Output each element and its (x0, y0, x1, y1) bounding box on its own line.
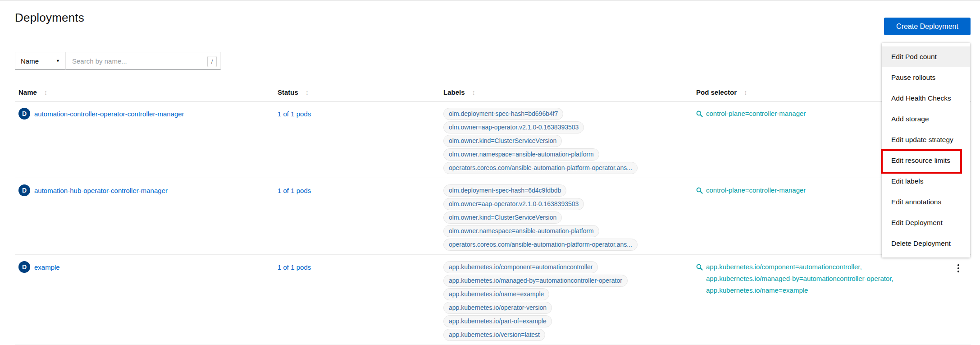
column-header-label: Status (278, 88, 298, 96)
column-header-label: Pod selector (696, 88, 737, 96)
name-cell: Dautomation-hub-operator-controller-mana… (15, 178, 274, 254)
pod-selector-line[interactable]: app.kubernetes.io/name=example (706, 285, 893, 296)
menu-item-edit-deployment[interactable]: Edit Deployment (882, 212, 970, 233)
deployment-name-link[interactable]: automation-hub-operator-controller-manag… (34, 184, 168, 197)
label-pill[interactable]: app.kubernetes.io/name=example (443, 288, 549, 300)
table-row: Dexample1 of 1 podsapp.kubernetes.io/com… (15, 255, 971, 345)
deployment-kind-badge: D (18, 184, 30, 196)
page-title: Deployments (15, 11, 84, 25)
label-pill[interactable]: app.kubernetes.io/part-of=example (443, 315, 552, 327)
filter-type-dropdown[interactable]: Name ▼ (15, 52, 66, 70)
pod-selector-link[interactable]: control-plane=controller-manager (706, 108, 806, 174)
table-body: Dautomation-controller-operator-controll… (15, 101, 971, 345)
search-input[interactable] (66, 52, 220, 69)
search-icon (696, 187, 703, 194)
sort-icon[interactable]: ↕ (44, 88, 48, 96)
search-icon (696, 110, 703, 117)
sort-icon[interactable]: ↕ (305, 88, 309, 96)
create-deployment-button[interactable]: Create Deployment (884, 18, 971, 35)
deployment-kind-badge: D (18, 261, 30, 273)
pod-selector-line[interactable]: app.kubernetes.io/component=automationco… (706, 261, 893, 273)
name-cell: Dexample (15, 255, 274, 345)
top-divider (0, 0, 980, 0)
status-cell: 1 of 1 pods (274, 255, 440, 345)
deployment-kind-badge: D (18, 108, 30, 120)
deployments-table: Name↕Status↕Labels↕Pod selector↕ Dautoma… (15, 83, 971, 345)
labels-cell: app.kubernetes.io/component=automationco… (440, 255, 693, 345)
table-row: Dautomation-hub-operator-controller-mana… (15, 178, 971, 255)
label-pill[interactable]: olm.owner.kind=ClusterServiceVersion (443, 135, 562, 147)
column-header-label: Name (18, 88, 37, 96)
menu-item-edit-annotations[interactable]: Edit annotations (882, 192, 970, 212)
pod-selector-line[interactable]: control-plane=controller-manager (706, 108, 806, 120)
pod-selector-link[interactable]: control-plane=controller-manager (706, 184, 806, 251)
label-pill[interactable]: operators.coreos.com/ansible-automation-… (443, 162, 638, 174)
pods-status-link[interactable]: 1 of 1 pods (278, 263, 311, 271)
search-box: / (66, 52, 221, 70)
caret-down-icon: ▼ (56, 59, 60, 63)
menu-item-add-health-checks[interactable]: Add Health Checks (882, 88, 970, 109)
menu-item-edit-resource-limits[interactable]: Edit resource limits (882, 150, 970, 171)
label-pill[interactable]: operators.coreos.com/ansible-automation-… (443, 239, 638, 251)
label-pill[interactable]: olm.owner.namespace=ansible-automation-p… (443, 148, 599, 161)
filter-type-label: Name (21, 57, 39, 65)
pods-status-link[interactable]: 1 of 1 pods (278, 187, 311, 194)
search-icon (696, 264, 703, 271)
label-pill[interactable]: olm.deployment-spec-hash=6d4c9fdbdb (443, 184, 566, 197)
label-pill[interactable]: app.kubernetes.io/version=latest (443, 329, 545, 341)
status-cell: 1 of 1 pods (274, 101, 440, 178)
pod-selector-line[interactable]: app.kubernetes.io/managed-by=automationc… (706, 273, 893, 285)
sort-icon[interactable]: ↕ (744, 88, 748, 96)
labels-cell: olm.deployment-spec-hash=6d4c9fdbdbolm.o… (440, 178, 693, 254)
menu-item-edit-labels[interactable]: Edit labels (882, 171, 970, 192)
pod-selector-line[interactable]: control-plane=controller-manager (706, 184, 806, 196)
status-cell: 1 of 1 pods (274, 178, 440, 254)
label-pill[interactable]: olm.deployment-spec-hash=bd696b4f7 (443, 108, 563, 120)
deployment-name-link[interactable]: example (34, 261, 60, 273)
column-header-label: Labels (443, 88, 465, 96)
menu-item-edit-update-strategy[interactable]: Edit update strategy (882, 129, 970, 150)
label-pill[interactable]: olm.owner.kind=ClusterServiceVersion (443, 212, 562, 224)
sort-icon[interactable]: ↕ (472, 88, 476, 96)
actions-dropdown-menu: Edit Pod countPause rolloutsAdd Health C… (882, 43, 970, 258)
table-header-row: Name↕Status↕Labels↕Pod selector↕ (15, 83, 971, 101)
actions-cell (946, 255, 971, 345)
slash-shortcut-badge: / (207, 56, 217, 67)
pods-status-link[interactable]: 1 of 1 pods (278, 110, 311, 118)
column-header-name[interactable]: Name↕ (15, 83, 274, 101)
label-pill[interactable]: app.kubernetes.io/managed-by=automationc… (443, 275, 628, 287)
menu-item-edit-pod-count[interactable]: Edit Pod count (882, 46, 970, 67)
table-row: Dautomation-controller-operator-controll… (15, 101, 971, 178)
label-pill[interactable]: olm.owner=aap-operator.v2.1.0-0.16383935… (443, 121, 584, 133)
label-pill[interactable]: app.kubernetes.io/component=automationco… (443, 261, 598, 273)
column-header-status[interactable]: Status↕ (274, 83, 440, 101)
pod-selector-link[interactable]: app.kubernetes.io/component=automationco… (706, 261, 893, 341)
label-pill[interactable]: app.kubernetes.io/operator-version (443, 302, 552, 314)
labels-cell: olm.deployment-spec-hash=bd696b4f7olm.ow… (440, 101, 693, 178)
menu-item-pause-rollouts[interactable]: Pause rollouts (882, 67, 970, 88)
menu-item-delete-deployment[interactable]: Delete Deployment (882, 233, 970, 254)
pod-selector-cell: app.kubernetes.io/component=automationco… (693, 255, 946, 345)
filter-toolbar: Name ▼ / (15, 52, 221, 70)
menu-item-add-storage[interactable]: Add storage (882, 109, 970, 129)
kebab-menu-icon[interactable] (955, 264, 962, 272)
name-cell: Dautomation-controller-operator-controll… (15, 101, 274, 178)
label-pill[interactable]: olm.owner=aap-operator.v2.1.0-0.16383935… (443, 198, 584, 210)
column-header-labels[interactable]: Labels↕ (440, 83, 693, 101)
label-pill[interactable]: olm.owner.namespace=ansible-automation-p… (443, 225, 599, 237)
deployment-name-link[interactable]: automation-controller-operator-controlle… (34, 108, 184, 120)
